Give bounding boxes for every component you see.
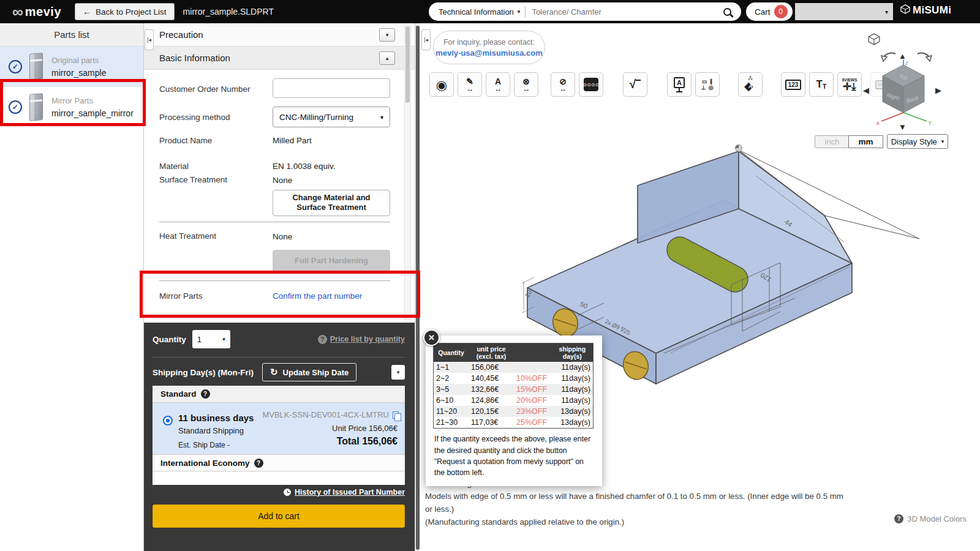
- divider: [153, 357, 405, 358]
- 3d-model-colors-link[interactable]: ? 3D Model Colors: [894, 514, 967, 523]
- datum-target-icon: ◉: [436, 78, 447, 91]
- material-label: Material: [159, 162, 189, 171]
- search-input[interactable]: [526, 7, 723, 17]
- search-category-select[interactable]: Technical Information ▾: [429, 6, 526, 18]
- text-icon: T: [816, 80, 822, 89]
- measure-button[interactable]: 123: [781, 72, 805, 97]
- svg-text:Y: Y: [928, 120, 932, 126]
- total-label: Total: [337, 436, 360, 446]
- shipping-method-label: Standard Shipping: [178, 426, 244, 435]
- six-views-button[interactable]: 6VIEWS✛⤓: [837, 72, 862, 97]
- svg-text:x: x: [876, 120, 880, 126]
- processing-method-label: Processing method: [159, 113, 230, 122]
- quantity-label: Quantity: [153, 335, 186, 344]
- view-cube[interactable]: Top Right Back x Y z: [874, 59, 933, 126]
- hole-table-button[interactable]: ⊙⊙⊙⊙: [579, 72, 603, 97]
- shipping-collapse-button[interactable]: ▾: [391, 365, 405, 380]
- geometric-tolerance-button[interactable]: ▭ ∥⊥ ◎: [695, 72, 720, 97]
- price-row: 1~1156,06€11day(s): [434, 362, 594, 373]
- chevron-down-icon: ▾: [222, 336, 225, 342]
- text-dimension-button[interactable]: A↔: [486, 72, 510, 97]
- price-popup-note: If the quantity exceeds the above, pleas…: [434, 433, 594, 479]
- edit-dimension-button[interactable]: ✎↔: [458, 72, 482, 97]
- check-circle-icon: ✓: [9, 100, 22, 114]
- back-to-project-list-button[interactable]: ← Back to Project List: [75, 3, 175, 20]
- part-details-panel: Precaution ▾ Basic Information ▴ Custome…: [144, 23, 415, 323]
- divider: [159, 280, 390, 281]
- processing-method-select[interactable]: CNC-Milling/Turning ▾: [273, 107, 390, 127]
- product-name-label: Product Name: [159, 136, 212, 145]
- chevron-down-icon: ▾: [941, 138, 944, 144]
- part-type-label: Original parts: [51, 56, 106, 65]
- viewer-scrollbar[interactable]: [415, 23, 420, 551]
- search-icon[interactable]: [723, 8, 731, 16]
- scrollbar-thumb[interactable]: [416, 26, 420, 550]
- add-to-cart-button[interactable]: Add to cart: [153, 504, 405, 528]
- note-line: Models with edge of 0.5 mm or less will …: [425, 490, 878, 503]
- view-cube-cluster: ▲ ◀ ▶ ▼ Top Right Back x Y z: [863, 32, 943, 145]
- customer-order-input[interactable]: [273, 78, 390, 98]
- standard-shipping-option[interactable]: 11 business days Standard Shipping Est. …: [153, 403, 405, 454]
- cart-button[interactable]: Cart 0: [746, 2, 793, 21]
- scrollbar-thumb[interactable]: [405, 26, 410, 103]
- history-issued-part-number-link[interactable]: History of Issued Part Number: [284, 488, 405, 497]
- change-material-button[interactable]: Change Material and Surface Treatment: [273, 190, 390, 216]
- dimension-arrows-icon: ↔: [467, 86, 473, 92]
- help-icon[interactable]: ?: [201, 389, 210, 399]
- roughness-check-icon: √: [630, 78, 641, 91]
- part-item-mirror[interactable]: ✓ Mirror Parts mirror_sample_mirror: [0, 87, 143, 127]
- rotate-view-right-icon[interactable]: ▶: [935, 86, 941, 95]
- hide-dimension-button[interactable]: ⊘↔: [551, 72, 575, 97]
- part-item-original[interactable]: ✓ Original parts mirror_sample: [0, 47, 143, 87]
- chevron-down-icon: ▾: [518, 9, 521, 15]
- surface-annotation-button[interactable]: A: [667, 72, 692, 97]
- confirm-part-number-link[interactable]: Confirm the part number: [273, 291, 362, 301]
- international-economy-header[interactable]: International Economy ?: [153, 454, 405, 471]
- heat-treatment-value: None: [273, 232, 292, 241]
- quantity-select[interactable]: 1 ▾: [192, 330, 230, 348]
- geometric-tolerance-icon: ▭ ∥⊥ ◎: [701, 78, 714, 91]
- ruler-icon: 123: [785, 80, 802, 90]
- price-row: 11~20120,15€23%OFF13day(s): [434, 406, 594, 417]
- update-ship-date-button[interactable]: ↻ Update Ship Date: [262, 363, 356, 381]
- contact-email-link[interactable]: meviy-usa@misumiusa.com: [435, 48, 543, 58]
- price-table-header-qty: Quantity: [434, 343, 469, 362]
- delete-dimension-button[interactable]: ⊗↔: [514, 72, 538, 97]
- isometric-view-icon[interactable]: [868, 33, 880, 48]
- part-type-label: Mirror Parts: [51, 96, 134, 105]
- radio-selected-icon[interactable]: [163, 416, 173, 425]
- engraving-button[interactable]: ⁂◆A: [738, 72, 763, 97]
- basic-information-section-header: Basic Information ▴: [144, 47, 415, 70]
- rotate-view-left-icon[interactable]: ◀: [863, 86, 869, 95]
- check-circle-icon: ✓: [9, 60, 22, 73]
- misumi-logo: MiSUMi: [900, 4, 951, 17]
- close-icon[interactable]: ✕: [423, 329, 440, 346]
- unit-price-value: 156,06€: [369, 424, 398, 433]
- text-button[interactable]: TT: [809, 72, 834, 97]
- add-datum-button[interactable]: ◉: [429, 72, 454, 97]
- scroll-down-icon[interactable]: ▾: [405, 314, 410, 320]
- expand-section-button[interactable]: ▾: [379, 28, 395, 42]
- hole-pattern-icon: ⊙⊙⊙⊙: [584, 78, 598, 91]
- views-cross-download-icon: ✛⤓: [843, 82, 856, 91]
- details-scrollbar[interactable]: ▾: [404, 24, 411, 320]
- standard-shipping-header: Standard ?: [153, 386, 405, 403]
- price-table-body: 1~1156,06€11day(s)2~2140,45€10%OFF11day(…: [434, 362, 594, 429]
- back-arrow-icon: ←: [83, 7, 91, 17]
- account-select[interactable]: ▾: [795, 3, 893, 20]
- meviy-logo[interactable]: ∞ meviy: [12, 5, 61, 19]
- copy-part-number-icon[interactable]: [393, 411, 399, 419]
- annotation-board-icon: A: [674, 77, 685, 88]
- surface-treatment-label: Surface Treatment: [159, 175, 227, 184]
- collapse-section-button[interactable]: ▴: [379, 51, 395, 65]
- surface-roughness-button[interactable]: √: [623, 72, 647, 97]
- viewer-collapse-handle[interactable]: |◂: [421, 29, 431, 50]
- clock-icon: [284, 489, 291, 496]
- sidebar-collapse-handle[interactable]: |◂: [145, 29, 154, 50]
- svg-text:z: z: [905, 60, 908, 66]
- material-value: EN 1.0038 equiv.: [273, 162, 336, 171]
- divider: [159, 222, 390, 222]
- price-list-link[interactable]: ? Price list by quantity: [318, 335, 405, 344]
- help-icon[interactable]: ?: [254, 459, 263, 468]
- part-thumbnail: [29, 93, 43, 121]
